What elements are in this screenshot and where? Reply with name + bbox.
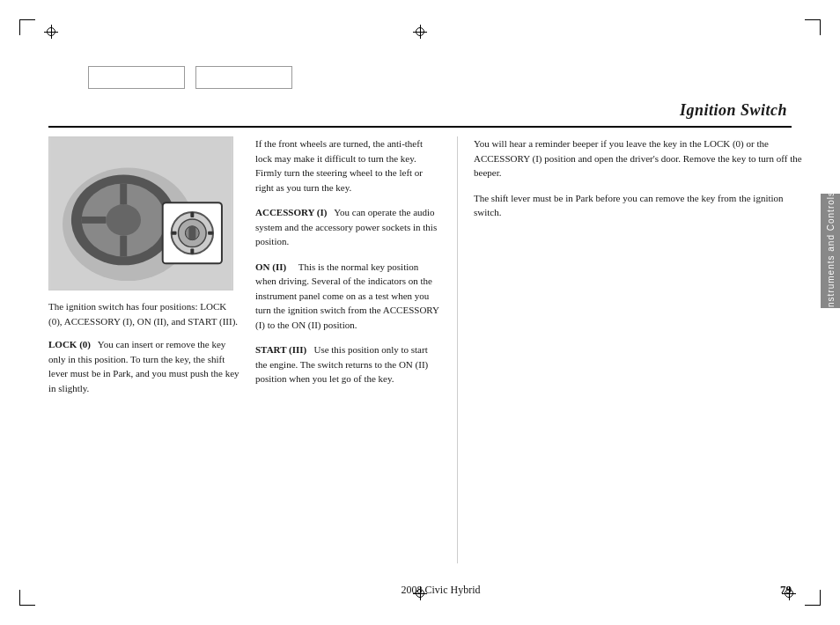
- corner-mark-br: [805, 590, 821, 606]
- accessory-section: ACCESSORY (I) You can operate the audio …: [255, 205, 441, 249]
- page-number: 79: [780, 583, 792, 597]
- svg-rect-14: [190, 249, 194, 254]
- middle-column: If the front wheels are turned, the anti…: [255, 136, 458, 563]
- top-tab-2[interactable]: [195, 66, 292, 89]
- corner-mark-bl: [19, 590, 35, 606]
- reg-mark-left: [44, 25, 58, 39]
- intro-para: If the front wheels are turned, the anti…: [255, 136, 441, 195]
- page-title: Ignition Switch: [680, 101, 787, 120]
- right-para-2: The shift lever must be in Park before y…: [474, 191, 809, 220]
- svg-rect-16: [208, 232, 213, 235]
- top-tab-1[interactable]: [88, 66, 185, 89]
- left-column: The ignition switch has four positions: …: [48, 136, 255, 563]
- lock-section: LOCK (0) You can insert or remove the ke…: [48, 337, 239, 395]
- side-tab-label: Instruments and Controls: [826, 191, 836, 311]
- corner-mark-tr: [805, 19, 821, 35]
- title-rule: [48, 126, 792, 128]
- on-section: ON (II) This is the normal key position …: [255, 260, 441, 333]
- start-section: START (III) Use this position only to st…: [255, 342, 441, 386]
- corner-mark-tl: [19, 19, 35, 35]
- svg-rect-15: [172, 232, 177, 235]
- reg-mark-top: [413, 25, 427, 39]
- footer: 2008 Civic Hybrid 79: [48, 583, 792, 597]
- ignition-illustration: [48, 136, 233, 290]
- right-para-1: You will hear a reminder beeper if you l…: [474, 136, 809, 180]
- footer-title: 2008 Civic Hybrid: [101, 584, 780, 597]
- svg-point-4: [106, 204, 141, 236]
- lock-term: LOCK (0): [48, 339, 91, 349]
- accessory-term: ACCESSORY (I): [255, 207, 327, 217]
- content-area: The ignition switch has four positions: …: [48, 136, 809, 563]
- svg-rect-12: [188, 226, 195, 240]
- start-term: START (III): [255, 344, 306, 355]
- right-column: You will hear a reminder beeper if you l…: [458, 136, 809, 563]
- side-tab: Instruments and Controls: [821, 194, 840, 308]
- ignition-caption: The ignition switch has four positions: …: [48, 299, 239, 328]
- svg-rect-13: [190, 212, 194, 217]
- on-term: ON (II): [255, 261, 286, 272]
- top-tabs: [88, 66, 292, 89]
